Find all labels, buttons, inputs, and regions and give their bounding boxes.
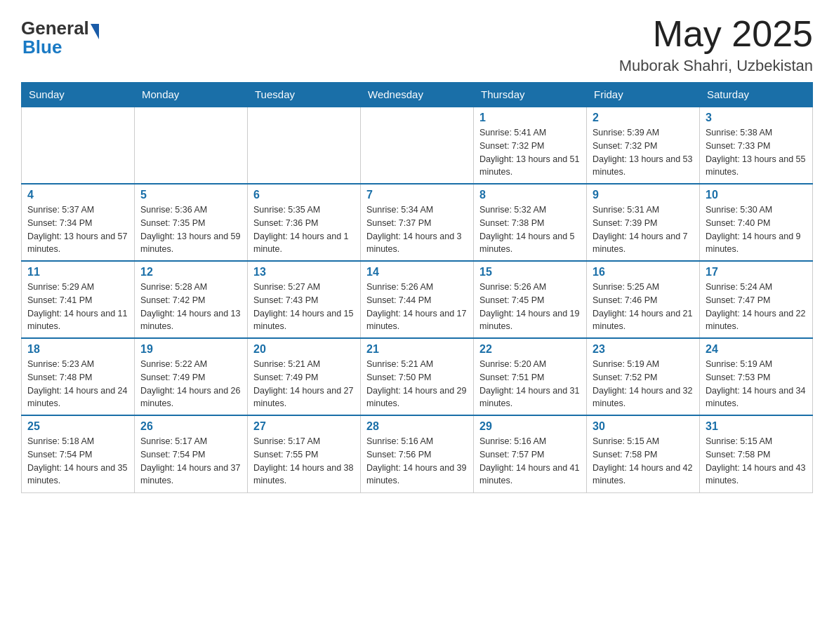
logo-triangle-icon: [91, 24, 99, 39]
day-info: Sunrise: 5:17 AMSunset: 7:54 PMDaylight:…: [140, 435, 241, 488]
day-info: Sunrise: 5:19 AMSunset: 7:52 PMDaylight:…: [593, 358, 694, 410]
calendar-week-row-4: 18Sunrise: 5:23 AMSunset: 7:48 PMDayligh…: [22, 338, 813, 415]
calendar-cell: 18Sunrise: 5:23 AMSunset: 7:48 PMDayligh…: [22, 338, 135, 415]
day-info: Sunrise: 5:15 AMSunset: 7:58 PMDaylight:…: [593, 435, 694, 488]
day-info: Sunrise: 5:18 AMSunset: 7:54 PMDaylight:…: [27, 435, 128, 488]
calendar-week-row-5: 25Sunrise: 5:18 AMSunset: 7:54 PMDayligh…: [22, 415, 813, 492]
calendar-cell: 4Sunrise: 5:37 AMSunset: 7:34 PMDaylight…: [22, 184, 135, 261]
day-number: 22: [479, 343, 581, 356]
header-friday: Friday: [587, 83, 700, 107]
day-info: Sunrise: 5:22 AMSunset: 7:49 PMDaylight:…: [140, 358, 241, 410]
calendar-cell: [22, 107, 135, 184]
day-info: Sunrise: 5:26 AMSunset: 7:45 PMDaylight:…: [479, 281, 581, 333]
calendar-cell: 26Sunrise: 5:17 AMSunset: 7:54 PMDayligh…: [135, 415, 248, 492]
day-info: Sunrise: 5:38 AMSunset: 7:33 PMDaylight:…: [706, 126, 807, 179]
day-info: Sunrise: 5:30 AMSunset: 7:40 PMDaylight:…: [706, 203, 807, 256]
calendar-cell: 27Sunrise: 5:17 AMSunset: 7:55 PMDayligh…: [248, 415, 361, 492]
day-number: 17: [706, 266, 807, 279]
day-info: Sunrise: 5:26 AMSunset: 7:44 PMDaylight:…: [366, 281, 468, 333]
calendar-cell: 15Sunrise: 5:26 AMSunset: 7:45 PMDayligh…: [474, 261, 587, 338]
calendar-cell: 19Sunrise: 5:22 AMSunset: 7:49 PMDayligh…: [135, 338, 248, 415]
day-number: 25: [27, 420, 128, 433]
day-number: 23: [593, 343, 694, 356]
day-number: 29: [479, 420, 581, 433]
calendar-cell: 3Sunrise: 5:38 AMSunset: 7:33 PMDaylight…: [700, 107, 813, 184]
calendar-cell: 8Sunrise: 5:32 AMSunset: 7:38 PMDaylight…: [474, 184, 587, 261]
day-number: 9: [593, 189, 694, 201]
calendar-cell: [135, 107, 248, 184]
day-info: Sunrise: 5:23 AMSunset: 7:48 PMDaylight:…: [27, 358, 128, 410]
calendar-cell: [248, 107, 361, 184]
calendar-cell: 7Sunrise: 5:34 AMSunset: 7:37 PMDaylight…: [361, 184, 474, 261]
day-number: 3: [706, 112, 807, 124]
day-info: Sunrise: 5:15 AMSunset: 7:58 PMDaylight:…: [706, 435, 807, 488]
day-info: Sunrise: 5:37 AMSunset: 7:34 PMDaylight:…: [27, 203, 128, 256]
calendar-cell: 9Sunrise: 5:31 AMSunset: 7:39 PMDaylight…: [587, 184, 700, 261]
day-number: 13: [253, 266, 355, 279]
header-tuesday: Tuesday: [248, 83, 361, 107]
day-number: 2: [593, 112, 694, 124]
calendar-cell: 29Sunrise: 5:16 AMSunset: 7:57 PMDayligh…: [474, 415, 587, 492]
day-number: 14: [366, 266, 468, 279]
calendar-cell: 22Sunrise: 5:20 AMSunset: 7:51 PMDayligh…: [474, 338, 587, 415]
day-number: 5: [140, 189, 241, 201]
day-info: Sunrise: 5:19 AMSunset: 7:53 PMDaylight:…: [706, 358, 807, 410]
logo-blue-text: Blue: [21, 36, 62, 58]
day-number: 8: [479, 189, 581, 201]
day-number: 16: [593, 266, 694, 279]
month-title: May 2025: [619, 14, 813, 54]
day-info: Sunrise: 5:28 AMSunset: 7:42 PMDaylight:…: [140, 281, 241, 333]
day-info: Sunrise: 5:24 AMSunset: 7:47 PMDaylight:…: [706, 281, 807, 333]
calendar-cell: 16Sunrise: 5:25 AMSunset: 7:46 PMDayligh…: [587, 261, 700, 338]
calendar-table: Sunday Monday Tuesday Wednesday Thursday…: [21, 82, 813, 493]
day-number: 31: [706, 420, 807, 433]
day-info: Sunrise: 5:25 AMSunset: 7:46 PMDaylight:…: [593, 281, 694, 333]
calendar-week-row-1: 1Sunrise: 5:41 AMSunset: 7:32 PMDaylight…: [22, 107, 813, 184]
logo: General Blue: [21, 14, 100, 58]
day-info: Sunrise: 5:16 AMSunset: 7:56 PMDaylight:…: [366, 435, 468, 488]
day-number: 19: [140, 343, 241, 356]
day-info: Sunrise: 5:31 AMSunset: 7:39 PMDaylight:…: [593, 203, 694, 256]
calendar-cell: 5Sunrise: 5:36 AMSunset: 7:35 PMDaylight…: [135, 184, 248, 261]
header-thursday: Thursday: [474, 83, 587, 107]
calendar-cell: 17Sunrise: 5:24 AMSunset: 7:47 PMDayligh…: [700, 261, 813, 338]
calendar-cell: 21Sunrise: 5:21 AMSunset: 7:50 PMDayligh…: [361, 338, 474, 415]
day-number: 11: [27, 266, 128, 279]
day-info: Sunrise: 5:39 AMSunset: 7:32 PMDaylight:…: [593, 126, 694, 179]
header-sunday: Sunday: [22, 83, 135, 107]
day-info: Sunrise: 5:17 AMSunset: 7:55 PMDaylight:…: [253, 435, 355, 488]
day-number: 12: [140, 266, 241, 279]
day-number: 20: [253, 343, 355, 356]
calendar-cell: [361, 107, 474, 184]
day-info: Sunrise: 5:32 AMSunset: 7:38 PMDaylight:…: [479, 203, 581, 256]
day-number: 7: [366, 189, 468, 201]
day-info: Sunrise: 5:29 AMSunset: 7:41 PMDaylight:…: [27, 281, 128, 333]
day-info: Sunrise: 5:20 AMSunset: 7:51 PMDaylight:…: [479, 358, 581, 410]
calendar-cell: 25Sunrise: 5:18 AMSunset: 7:54 PMDayligh…: [22, 415, 135, 492]
page-header: General Blue May 2025 Muborak Shahri, Uz…: [21, 14, 813, 75]
day-number: 24: [706, 343, 807, 356]
day-number: 27: [253, 420, 355, 433]
day-number: 10: [706, 189, 807, 201]
day-info: Sunrise: 5:36 AMSunset: 7:35 PMDaylight:…: [140, 203, 241, 256]
day-number: 18: [27, 343, 128, 356]
calendar-week-row-3: 11Sunrise: 5:29 AMSunset: 7:41 PMDayligh…: [22, 261, 813, 338]
calendar-cell: 11Sunrise: 5:29 AMSunset: 7:41 PMDayligh…: [22, 261, 135, 338]
location-title: Muborak Shahri, Uzbekistan: [619, 57, 813, 75]
calendar-cell: 28Sunrise: 5:16 AMSunset: 7:56 PMDayligh…: [361, 415, 474, 492]
day-number: 4: [27, 189, 128, 201]
calendar-cell: 2Sunrise: 5:39 AMSunset: 7:32 PMDaylight…: [587, 107, 700, 184]
calendar-cell: 31Sunrise: 5:15 AMSunset: 7:58 PMDayligh…: [700, 415, 813, 492]
calendar-cell: 14Sunrise: 5:26 AMSunset: 7:44 PMDayligh…: [361, 261, 474, 338]
day-info: Sunrise: 5:41 AMSunset: 7:32 PMDaylight:…: [479, 126, 581, 179]
calendar-cell: 10Sunrise: 5:30 AMSunset: 7:40 PMDayligh…: [700, 184, 813, 261]
day-number: 6: [253, 189, 355, 201]
day-number: 15: [479, 266, 581, 279]
calendar-cell: 13Sunrise: 5:27 AMSunset: 7:43 PMDayligh…: [248, 261, 361, 338]
calendar-cell: 23Sunrise: 5:19 AMSunset: 7:52 PMDayligh…: [587, 338, 700, 415]
day-number: 28: [366, 420, 468, 433]
header-monday: Monday: [135, 83, 248, 107]
day-info: Sunrise: 5:16 AMSunset: 7:57 PMDaylight:…: [479, 435, 581, 488]
day-info: Sunrise: 5:21 AMSunset: 7:49 PMDaylight:…: [253, 358, 355, 410]
calendar-cell: 12Sunrise: 5:28 AMSunset: 7:42 PMDayligh…: [135, 261, 248, 338]
